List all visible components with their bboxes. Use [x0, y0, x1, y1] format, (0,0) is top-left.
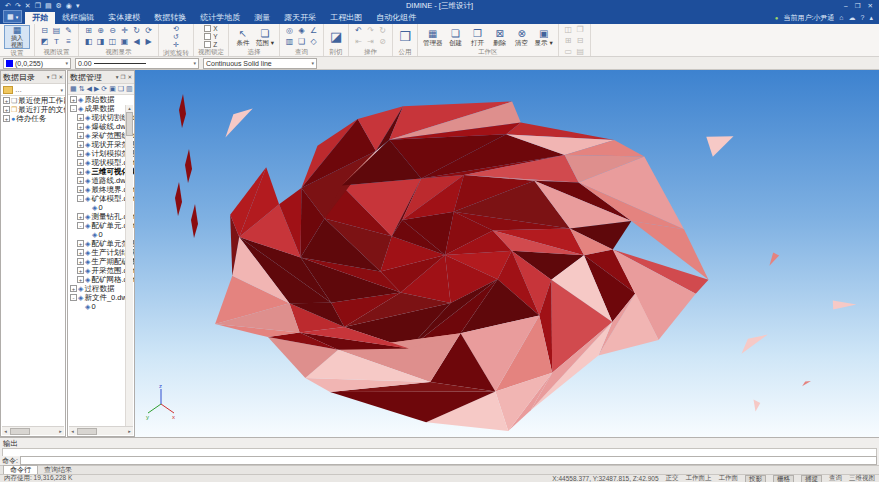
bottom-tab[interactable]: 查询结果	[38, 466, 78, 474]
tree-expander-icon[interactable]: +	[77, 249, 84, 256]
workspace-create-button[interactable]: ❏创建	[446, 28, 466, 46]
sort-icon[interactable]: ⇅	[79, 84, 85, 94]
query-area-icon[interactable]: ◈	[296, 26, 307, 36]
select-by-range-button[interactable]: ❏范围 ▾	[255, 28, 275, 46]
status-toggle-button[interactable]: 捕捉	[801, 475, 822, 482]
query-volume-icon[interactable]: ◇	[308, 37, 319, 47]
scroll-thumb[interactable]	[10, 428, 30, 435]
tree-expander-icon[interactable]: +	[77, 177, 84, 184]
tree-expander-icon[interactable]: +	[3, 97, 10, 104]
query-angle-icon[interactable]: ∠	[308, 26, 319, 36]
lock-y-checkbox[interactable]: Y	[204, 33, 217, 40]
scroll-thumb[interactable]	[77, 428, 97, 435]
close-button[interactable]: ✕	[868, 0, 873, 11]
directory-combobox[interactable]: … ▾	[1, 84, 65, 96]
tree-expander-icon[interactable]: +	[77, 132, 84, 139]
tree-expander-icon[interactable]: +	[77, 114, 84, 121]
layers-icon[interactable]: ≡	[63, 37, 74, 47]
back-icon[interactable]: ◀	[87, 84, 92, 94]
zoom-window-icon[interactable]: ⊞	[83, 26, 94, 36]
qat-more-icon[interactable]: ▾	[76, 0, 80, 11]
scroll-left-icon[interactable]: ◂	[69, 428, 76, 434]
tree-expander-icon[interactable]: +	[77, 150, 84, 157]
ribbon-tab[interactable]: 开始	[25, 12, 55, 24]
scroll-left-icon[interactable]: ◂	[2, 428, 9, 434]
ribbon-tab[interactable]: 测量	[247, 12, 277, 24]
tree-expander-icon[interactable]: -	[77, 222, 84, 229]
tree-expander-icon[interactable]: +	[77, 267, 84, 274]
ribbon-tab[interactable]: 自动化组件	[369, 12, 423, 24]
select-by-condition-button[interactable]: ↖条件	[233, 28, 253, 46]
clipboard-icon[interactable]: ❐	[35, 0, 41, 11]
app-menu-button[interactable]: ▦▾	[3, 10, 22, 23]
common-tools-icon[interactable]: ❒	[397, 29, 413, 45]
tree-expander-icon[interactable]: +	[77, 168, 84, 175]
horizontal-scrollbar[interactable]: ◂ ▸	[2, 426, 64, 435]
refresh-icon[interactable]: ⟳	[101, 84, 107, 94]
viewport-3d[interactable]: xyz	[135, 70, 879, 437]
rotate-view-icon[interactable]: ↻	[131, 26, 142, 36]
undo-operation-icon[interactable]: ↶	[353, 26, 364, 36]
section-box-icon[interactable]: ◪	[328, 29, 344, 45]
status-extra-button[interactable]: 三维视图	[849, 474, 875, 482]
ribbon-tab[interactable]: 实体建模	[101, 12, 147, 24]
tree-expander-icon[interactable]: -	[70, 294, 77, 301]
panel-menu-icon[interactable]: ▾	[47, 74, 50, 80]
delete-icon[interactable]: ✕	[25, 0, 31, 11]
list-item[interactable]: +❏最近使用工作目录	[1, 96, 65, 105]
tree-expander-icon[interactable]: +	[77, 123, 84, 130]
tree-expander-icon[interactable]: +	[77, 141, 84, 148]
workspace-show-button[interactable]: ▣显示 ▾	[534, 28, 554, 46]
background-icon[interactable]: ◩	[39, 37, 50, 47]
home-icon[interactable]: ⌂	[839, 14, 843, 21]
query-distance-icon[interactable]: ◎	[284, 26, 295, 36]
help-icon[interactable]: ?	[861, 14, 865, 21]
window-split-icon[interactable]: ▤	[51, 26, 62, 36]
tree-row[interactable]: +◈原始数据	[68, 95, 134, 104]
panel-float-icon[interactable]: ❐	[51, 74, 56, 80]
scroll-right-icon[interactable]: ▸	[57, 428, 64, 434]
forward-icon[interactable]: ▶	[94, 84, 99, 94]
status-extra-button[interactable]: 查询	[829, 474, 842, 482]
view-list-icon[interactable]: ⊟	[39, 26, 50, 36]
next-view-icon[interactable]: ▶	[143, 37, 154, 47]
insert-view-button[interactable]: ▦插入视图	[4, 25, 30, 49]
regen-icon[interactable]: ⟳	[143, 26, 154, 36]
scroll-up-icon[interactable]: ▴	[128, 105, 131, 111]
free-rotate-icon[interactable]: ✛	[171, 41, 182, 49]
zoom-in-icon[interactable]: ⊕	[95, 26, 106, 36]
ribbon-tab[interactable]: 数据转换	[147, 12, 193, 24]
tree-expander-icon[interactable]: -	[77, 195, 84, 202]
query-attribute-icon[interactable]: ❏	[296, 37, 307, 47]
tree-expander-icon[interactable]: +	[77, 258, 84, 265]
line-style-combobox[interactable]: Continuous Solid line ▾	[203, 58, 317, 69]
scroll-right-icon[interactable]: ▸	[126, 428, 133, 434]
lock-z-checkbox[interactable]: Z	[204, 41, 217, 48]
panel-float-icon[interactable]: ❐	[120, 74, 125, 80]
tree-expander-icon[interactable]: +	[70, 96, 77, 103]
zoom-out-icon[interactable]: ⊖	[107, 26, 118, 36]
vertical-scrollbar[interactable]: ▴	[125, 105, 133, 426]
new-file-icon[interactable]: ❏	[118, 84, 124, 94]
list-item[interactable]: +❒最近打开的文件	[1, 105, 65, 114]
workspace-manager-button[interactable]: ▦管理器	[422, 28, 444, 46]
query-point-icon[interactable]: ▥	[284, 37, 295, 47]
lock-x-checkbox[interactable]: X	[204, 25, 217, 32]
status-toggle-button[interactable]: 栅格	[773, 475, 794, 482]
pan-icon[interactable]: ✛	[119, 26, 130, 36]
ribbon-tab[interactable]: 露天开采	[277, 12, 323, 24]
ribbon-tab[interactable]: 线框编辑	[55, 12, 101, 24]
tree-expander-icon[interactable]: -	[70, 105, 77, 112]
line-width-combobox[interactable]: 0.00 ▾	[75, 58, 199, 69]
panel-close-icon[interactable]: ✕	[127, 74, 132, 80]
workspace-clear-button[interactable]: ⊗清空	[512, 28, 532, 46]
text-style-icon[interactable]: T	[51, 37, 62, 47]
maximize-button[interactable]: ❐	[855, 0, 861, 11]
tree-expander-icon[interactable]: +	[77, 213, 84, 220]
undo-icon[interactable]: ↶	[5, 0, 11, 11]
horizontal-scrollbar[interactable]: ◂ ▸	[69, 426, 133, 435]
color-combobox[interactable]: (0,0,255) ▾	[3, 58, 71, 69]
front-view-icon[interactable]: ◧	[83, 37, 94, 47]
list-item[interactable]: +●待办任务	[1, 114, 65, 123]
ribbon-tab[interactable]: 统计学地质	[193, 12, 247, 24]
